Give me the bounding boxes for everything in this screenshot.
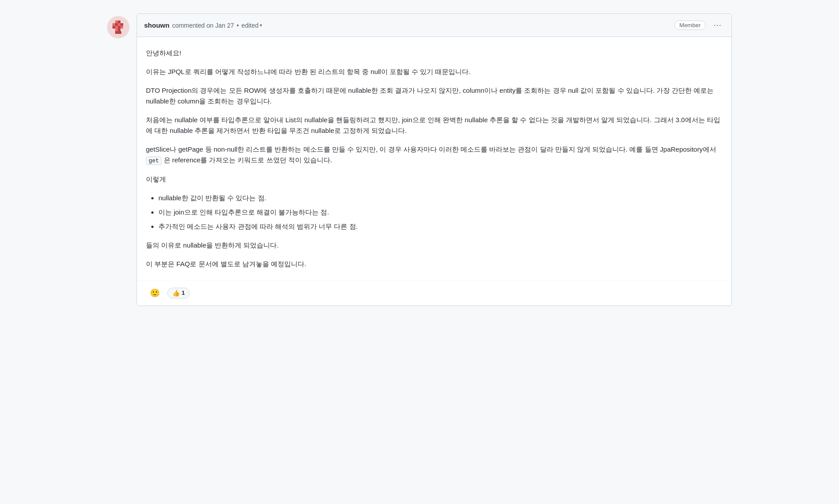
svg-rect-9	[118, 26, 120, 29]
paragraph5-part2: 은 reference를 가져오는 키워드로 쓰였던 적이 있습니다.	[162, 156, 332, 164]
comment-footer: 🙂 👍 1	[137, 280, 731, 306]
smiley-icon: 🙂	[150, 288, 160, 298]
svg-rect-3	[112, 23, 115, 26]
add-reaction-button[interactable]: 🙂	[146, 286, 164, 300]
avatar	[107, 16, 129, 38]
svg-rect-1	[115, 21, 118, 23]
paragraph-conclusion: 들의 이유로 nullable을 반환하게 되었습니다.	[146, 240, 723, 251]
author-name[interactable]: shouwn	[144, 21, 170, 29]
avatar-area	[107, 16, 129, 38]
svg-rect-6	[120, 23, 123, 26]
comment-meta: commented on Jan 27	[172, 22, 234, 29]
paragraph-reason: 이유는 JPQL로 쿼리를 어떻게 작성하느냐에 따라 반환 된 리스트의 항목…	[146, 66, 723, 77]
comment-header-right: Member ···	[674, 20, 724, 31]
paragraph-faq: 이 부분은 FAQ로 문서에 별도로 남겨놓을 예정입니다.	[146, 259, 723, 269]
svg-rect-7	[112, 26, 115, 29]
comment-body: 안녕하세요! 이유는 JPQL로 쿼리를 어떻게 작성하느냐에 따라 반환 된 …	[137, 37, 731, 280]
comment-box: shouwn commented on Jan 27 • edited ▾ Me…	[137, 13, 732, 306]
svg-rect-11	[115, 29, 118, 31]
svg-rect-4	[115, 23, 118, 26]
paragraph-greeting: 안녕하세요!	[146, 48, 723, 58]
svg-rect-2	[118, 21, 120, 23]
member-badge: Member	[674, 21, 706, 30]
paragraph-nullable-inference: 처음에는 nullable 여부를 타입추론으로 알아내 List의 nulla…	[146, 115, 723, 136]
list-item-3: 추가적인 메소드는 사용자 관점에 따라 해석의 범위가 너무 다른 점.	[158, 221, 723, 232]
reasons-list: nullable한 값이 반환될 수 있다는 점. 이는 join으로 인해 타…	[158, 193, 723, 232]
svg-rect-10	[120, 26, 123, 29]
thumbs-up-reaction[interactable]: 👍 1	[167, 288, 190, 298]
thumbs-up-emoji: 👍	[172, 289, 180, 297]
svg-rect-12	[118, 29, 120, 31]
dot-separator: •	[237, 22, 239, 29]
list-item-2: 이는 join으로 인해 타입추론으로 해결이 불가능하다는 점.	[158, 207, 723, 218]
paragraph-methods: getSlice나 getPage 등 non-null한 리스트를 반환하는 …	[146, 144, 723, 166]
svg-rect-8	[115, 26, 118, 29]
paragraph-dto: DTO Projection의 경우에는 모든 ROW에 생성자를 호출하기 때…	[146, 85, 723, 107]
edited-badge[interactable]: edited ▾	[241, 22, 262, 29]
more-options-button[interactable]: ···	[711, 20, 724, 31]
svg-rect-5	[118, 23, 120, 26]
chevron-down-icon: ▾	[260, 23, 262, 28]
inline-code-get: get	[146, 157, 162, 165]
thumbs-up-count: 1	[182, 289, 185, 296]
comment-container: shouwn commented on Jan 27 • edited ▾ Me…	[107, 13, 732, 306]
list-item-1: nullable한 값이 반환될 수 있다는 점.	[158, 193, 723, 203]
svg-rect-13	[115, 31, 121, 34]
edited-label: edited	[241, 22, 258, 29]
comment-header-left: shouwn commented on Jan 27 • edited ▾	[144, 21, 262, 29]
comment-header: shouwn commented on Jan 27 • edited ▾ Me…	[137, 14, 731, 37]
paragraph5-part1: getSlice나 getPage 등 non-null한 리스트를 반환하는 …	[146, 145, 716, 153]
paragraph-therefore: 이렇게	[146, 174, 723, 185]
